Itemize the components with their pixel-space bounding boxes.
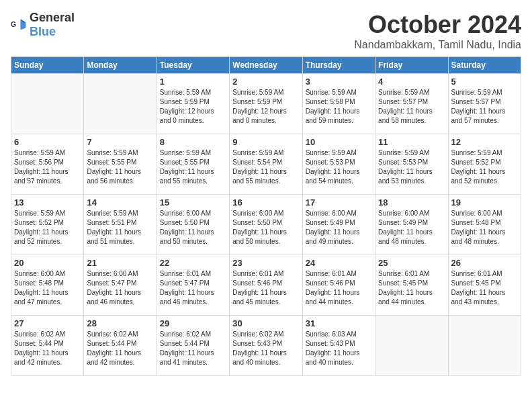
day-number: 30	[232, 318, 299, 328]
daylight-text: Daylight: 11 hours and 58 minutes.	[378, 107, 445, 126]
daylight-text: Daylight: 11 hours and 40 minutes.	[232, 349, 299, 367]
day-number: 8	[160, 137, 226, 147]
calendar-cell	[448, 316, 521, 376]
day-number: 12	[451, 137, 518, 147]
daylight-text: Daylight: 11 hours and 44 minutes.	[306, 288, 372, 307]
daylight-text: Daylight: 11 hours and 57 minutes.	[451, 107, 518, 126]
sunrise-text: Sunrise: 5:59 AM	[378, 148, 445, 158]
weekday-header-row: SundayMondayTuesdayWednesdayThursdayFrid…	[11, 57, 521, 74]
calendar-table: SundayMondayTuesdayWednesdayThursdayFrid…	[11, 56, 521, 376]
logo-general: General	[30, 11, 75, 24]
sunrise-text: Sunrise: 6:00 AM	[87, 269, 153, 279]
daylight-text: Daylight: 11 hours and 53 minutes.	[378, 167, 445, 186]
sunrise-text: Sunrise: 6:02 AM	[160, 330, 226, 339]
daylight-text: Daylight: 11 hours and 52 minutes.	[451, 167, 518, 186]
title-block: October 2024 Nandambakkam, Tamil Nadu, I…	[354, 11, 521, 51]
calendar-cell: 22 Sunrise: 6:01 AM Sunset: 5:47 PM Dayl…	[157, 255, 229, 316]
sunrise-text: Sunrise: 6:00 AM	[232, 209, 299, 218]
calendar-cell: 30 Sunrise: 6:02 AM Sunset: 5:43 PM Dayl…	[230, 316, 302, 376]
calendar-cell: 2 Sunrise: 5:59 AM Sunset: 5:59 PM Dayli…	[230, 74, 302, 134]
sunset-text: Sunset: 5:46 PM	[232, 279, 299, 288]
calendar-cell: 11 Sunrise: 5:59 AM Sunset: 5:53 PM Dayl…	[375, 134, 448, 195]
calendar-cell: 7 Sunrise: 5:59 AM Sunset: 5:55 PM Dayli…	[84, 134, 157, 195]
daylight-text: Daylight: 11 hours and 50 minutes.	[232, 228, 299, 246]
sunset-text: Sunset: 5:44 PM	[160, 339, 226, 349]
day-number: 22	[160, 258, 226, 268]
day-number: 10	[306, 137, 372, 147]
sunset-text: Sunset: 5:43 PM	[232, 339, 299, 349]
sunset-text: Sunset: 5:55 PM	[160, 158, 226, 167]
calendar-cell: 21 Sunrise: 6:00 AM Sunset: 5:47 PM Dayl…	[84, 255, 157, 316]
logo-blue: Blue	[30, 25, 56, 38]
weekday-header-tuesday: Tuesday	[157, 57, 229, 74]
daylight-text: Daylight: 11 hours and 48 minutes.	[451, 228, 518, 246]
logo: G General Blue	[11, 11, 75, 39]
day-number: 3	[306, 77, 372, 87]
sunset-text: Sunset: 5:44 PM	[14, 339, 81, 349]
calendar-cell: 27 Sunrise: 6:02 AM Sunset: 5:44 PM Dayl…	[11, 316, 84, 376]
week-row-5: 27 Sunrise: 6:02 AM Sunset: 5:44 PM Dayl…	[11, 316, 521, 376]
calendar-cell: 3 Sunrise: 5:59 AM Sunset: 5:58 PM Dayli…	[302, 74, 375, 134]
day-number: 19	[451, 197, 518, 208]
day-number: 16	[232, 197, 299, 208]
day-number: 5	[451, 77, 518, 87]
calendar-cell: 9 Sunrise: 5:59 AM Sunset: 5:54 PM Dayli…	[230, 134, 302, 195]
sunset-text: Sunset: 5:50 PM	[232, 218, 299, 228]
sunrise-text: Sunrise: 6:00 AM	[14, 269, 81, 279]
sunset-text: Sunset: 5:46 PM	[306, 279, 372, 288]
calendar-cell	[11, 74, 84, 134]
calendar-cell: 5 Sunrise: 5:59 AM Sunset: 5:57 PM Dayli…	[448, 74, 521, 134]
sunset-text: Sunset: 5:52 PM	[14, 218, 81, 228]
calendar-cell: 24 Sunrise: 6:01 AM Sunset: 5:46 PM Dayl…	[302, 255, 375, 316]
sunrise-text: Sunrise: 5:59 AM	[232, 88, 299, 97]
day-number: 9	[232, 137, 299, 147]
weekday-header-thursday: Thursday	[302, 57, 375, 74]
calendar-cell: 31 Sunrise: 6:03 AM Sunset: 5:43 PM Dayl…	[302, 316, 375, 376]
sunset-text: Sunset: 5:49 PM	[306, 218, 372, 228]
sunrise-text: Sunrise: 6:01 AM	[160, 269, 226, 279]
daylight-text: Daylight: 11 hours and 42 minutes.	[87, 349, 153, 367]
sunset-text: Sunset: 5:56 PM	[14, 158, 81, 167]
daylight-text: Daylight: 12 hours and 0 minutes.	[232, 107, 299, 126]
svg-text:G: G	[11, 21, 16, 28]
sunset-text: Sunset: 5:53 PM	[378, 158, 445, 167]
daylight-text: Daylight: 11 hours and 55 minutes.	[160, 167, 226, 186]
day-number: 31	[306, 318, 372, 328]
day-number: 6	[14, 137, 81, 147]
sunrise-text: Sunrise: 5:59 AM	[14, 148, 81, 158]
weekday-header-friday: Friday	[375, 57, 448, 74]
day-number: 18	[378, 197, 445, 208]
sunrise-text: Sunrise: 6:02 AM	[14, 330, 81, 339]
sunrise-text: Sunrise: 6:01 AM	[378, 269, 445, 279]
daylight-text: Daylight: 11 hours and 41 minutes.	[160, 349, 226, 367]
daylight-text: Daylight: 11 hours and 59 minutes.	[306, 107, 372, 126]
calendar-cell: 19 Sunrise: 6:00 AM Sunset: 5:48 PM Dayl…	[448, 195, 521, 255]
day-number: 7	[87, 137, 153, 147]
daylight-text: Daylight: 11 hours and 56 minutes.	[87, 167, 153, 186]
calendar-cell: 28 Sunrise: 6:02 AM Sunset: 5:44 PM Dayl…	[84, 316, 157, 376]
sunset-text: Sunset: 5:47 PM	[87, 279, 153, 288]
day-number: 2	[232, 77, 299, 87]
calendar-cell: 17 Sunrise: 6:00 AM Sunset: 5:49 PM Dayl…	[302, 195, 375, 255]
sunset-text: Sunset: 5:43 PM	[306, 339, 372, 349]
sunset-text: Sunset: 5:47 PM	[160, 279, 226, 288]
calendar-cell: 20 Sunrise: 6:00 AM Sunset: 5:48 PM Dayl…	[11, 255, 84, 316]
daylight-text: Daylight: 11 hours and 47 minutes.	[14, 288, 81, 307]
calendar-cell: 1 Sunrise: 5:59 AM Sunset: 5:59 PM Dayli…	[157, 74, 229, 134]
week-row-1: 1 Sunrise: 5:59 AM Sunset: 5:59 PM Dayli…	[11, 74, 521, 134]
sunset-text: Sunset: 5:57 PM	[451, 97, 518, 107]
day-number: 4	[378, 77, 445, 87]
daylight-text: Daylight: 11 hours and 52 minutes.	[14, 228, 81, 246]
daylight-text: Daylight: 11 hours and 45 minutes.	[232, 288, 299, 307]
calendar-cell: 26 Sunrise: 6:01 AM Sunset: 5:45 PM Dayl…	[448, 255, 521, 316]
calendar-cell: 23 Sunrise: 6:01 AM Sunset: 5:46 PM Dayl…	[230, 255, 302, 316]
calendar-cell: 18 Sunrise: 6:00 AM Sunset: 5:49 PM Dayl…	[375, 195, 448, 255]
page-header: G General Blue October 2024 Nandambakkam…	[11, 11, 521, 51]
day-number: 15	[160, 197, 226, 208]
day-number: 11	[378, 137, 445, 147]
sunset-text: Sunset: 5:52 PM	[451, 158, 518, 167]
calendar-cell: 8 Sunrise: 5:59 AM Sunset: 5:55 PM Dayli…	[157, 134, 229, 195]
logo-text: General Blue	[30, 11, 75, 39]
sunset-text: Sunset: 5:59 PM	[160, 97, 226, 107]
sunrise-text: Sunrise: 6:02 AM	[232, 330, 299, 339]
